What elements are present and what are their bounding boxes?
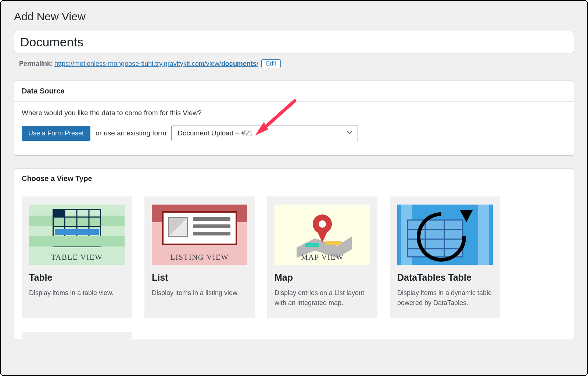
refresh-table-icon: [405, 207, 485, 263]
map-view-thumbnail: MAP VIEW: [275, 205, 370, 265]
data-source-heading: Data Source: [14, 81, 574, 102]
view-type-card-datatables[interactable]: DataTables Table Display items in a dyna…: [390, 196, 500, 318]
svg-rect-14: [408, 220, 463, 257]
view-type-card-list[interactable]: LISTING VIEW List Display items in a lis…: [144, 196, 255, 318]
map-pin-icon: [282, 211, 363, 259]
edit-permalink-button[interactable]: Edit: [261, 59, 281, 68]
view-card-title: List: [152, 272, 247, 283]
table-view-thumbnail: TABLE VIEW: [29, 205, 125, 265]
page-title: Add New View: [14, 10, 574, 23]
view-card-desc: Display items in a table view.: [29, 288, 125, 298]
svg-rect-12: [326, 241, 342, 245]
view-card-title: DataTables Table: [397, 272, 493, 283]
thumbnail-caption: LISTING VIEW: [152, 253, 247, 262]
view-type-card-table[interactable]: TABLE VIEW Table Display items in a tabl…: [22, 196, 132, 318]
svg-rect-9: [55, 239, 99, 245]
or-use-existing-label: or use an existing form: [96, 129, 166, 137]
view-type-card-map[interactable]: MAP VIEW Map Display entries on a List l…: [267, 196, 377, 318]
partial-next-row: [22, 332, 132, 339]
view-card-title: Map: [275, 272, 370, 283]
datatables-thumbnail: [397, 205, 493, 265]
svg-rect-11: [305, 243, 319, 247]
use-form-preset-button[interactable]: Use a Form Preset: [22, 126, 90, 141]
svg-rect-1: [53, 209, 64, 217]
view-title-input[interactable]: [14, 31, 574, 53]
existing-form-select[interactable]: Document Upload – #21: [171, 125, 358, 141]
permalink-label: Permalink:: [19, 60, 53, 68]
existing-form-selected: Document Upload – #21: [178, 129, 253, 137]
svg-rect-8: [55, 229, 99, 235]
view-type-grid: TABLE VIEW Table Display items in a tabl…: [14, 189, 574, 318]
thumbnail-caption: TABLE VIEW: [29, 253, 125, 262]
svg-point-13: [319, 220, 326, 228]
page-container: Add New View Permalink: https://motionle…: [0, 0, 588, 376]
chevron-down-icon: [347, 129, 352, 137]
view-card-desc: Display items in a dynamic table powered…: [397, 288, 493, 308]
view-card-desc: Display entries on a List layout with an…: [275, 288, 370, 308]
permalink-row: Permalink: https://motionless-mongoose-t…: [14, 59, 574, 68]
view-card-desc: Display items in a listing view.: [152, 288, 247, 298]
view-type-panel: Choose a View Type: [14, 168, 574, 339]
thumbnail-caption: MAP VIEW: [275, 253, 370, 262]
image-placeholder-icon: [168, 217, 188, 237]
data-source-panel: Data Source Where would you like the dat…: [14, 81, 574, 156]
list-view-thumbnail: LISTING VIEW: [152, 205, 247, 265]
permalink-link[interactable]: https://motionless-mongoose-tiuhi.try.gr…: [54, 60, 258, 68]
view-type-heading: Choose a View Type: [14, 169, 574, 189]
data-source-question: Where would you like the data to come fr…: [22, 109, 566, 117]
table-grid-icon: [53, 209, 101, 247]
view-card-title: Table: [29, 272, 125, 283]
